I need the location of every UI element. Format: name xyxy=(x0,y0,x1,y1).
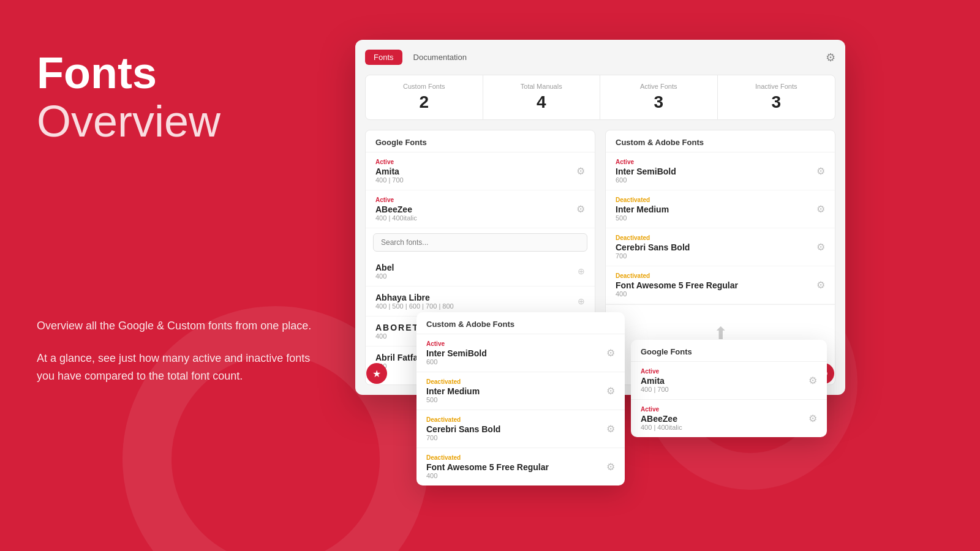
hero-descriptions: Overview all the Google & Custom fonts f… xyxy=(37,317,331,384)
font-name-abel: Abel xyxy=(375,263,578,272)
font-weights-cerebri: 700 xyxy=(616,252,816,260)
custom-fonts-value: 2 xyxy=(375,92,473,112)
font-name-inter-medium: Inter Medium xyxy=(616,204,816,214)
custom-font-inter-medium: Deactivated Inter Medium 500 ⚙ xyxy=(606,190,835,228)
active-fonts-label: Active Fonts xyxy=(610,83,707,90)
tab-group: Fonts Documentation xyxy=(365,50,475,65)
font-info-inter-medium: Deactivated Inter Medium 500 xyxy=(616,197,816,222)
font-name-abhaya: Abhaya Libre xyxy=(375,293,578,302)
font-weights-abel: 400 xyxy=(375,272,578,280)
overlay-google-header: Google Fonts xyxy=(631,340,827,361)
font-status-cerebri: Deactivated xyxy=(616,234,816,241)
overlay-abeezee: Active ABeeZee 400 | 400italic ⚙ xyxy=(631,399,827,437)
font-info-cerebri: Deactivated Cerebri Sans Bold 700 xyxy=(616,234,816,260)
font-weights-inter-semibold: 600 xyxy=(616,176,816,184)
font-status-fa: Deactivated xyxy=(616,272,816,279)
custom-fonts-header: Custom & Adobe Fonts xyxy=(606,130,835,152)
inactive-fonts-value: 3 xyxy=(728,92,826,112)
font-name-inter-semibold: Inter SemiBold xyxy=(616,167,816,176)
google-font-item-amita: Active Amita 400 | 700 ⚙ xyxy=(366,152,595,190)
add-icon-abhaya[interactable]: ⊕ xyxy=(578,296,585,306)
overlay-gear-inter-semibold[interactable]: ⚙ xyxy=(606,347,615,359)
overlay-gear-inter-medium[interactable]: ⚙ xyxy=(606,385,615,397)
font-weights-abeezee: 400 | 400italic xyxy=(375,214,576,222)
hero-title-light: Overview xyxy=(37,97,331,146)
font-name-fa: Font Awesome 5 Free Regular xyxy=(616,280,816,290)
overlay-gear-fa[interactable]: ⚙ xyxy=(606,461,615,473)
overlay-card-custom-fonts: Custom & Adobe Fonts Active Inter SemiBo… xyxy=(417,312,625,485)
font-status-inter-medium: Deactivated xyxy=(616,197,816,203)
custom-fonts-label: Custom Fonts xyxy=(375,83,473,90)
font-status-amita: Active xyxy=(375,159,576,165)
inactive-fonts-label: Inactive Fonts xyxy=(728,83,826,90)
hero-section: Fonts Overview Overview all the Google &… xyxy=(37,49,331,385)
overlay-amita: Active Amita 400 | 700 ⚙ xyxy=(631,361,827,399)
tab-fonts[interactable]: Fonts xyxy=(365,50,402,65)
total-manuals-label: Total Manuals xyxy=(493,83,590,90)
overlay-custom-header: Custom & Adobe Fonts xyxy=(417,312,625,334)
gear-icon-amita[interactable]: ⚙ xyxy=(576,165,585,177)
google-fonts-header: Google Fonts xyxy=(366,130,595,152)
overlay-gear-cerebri[interactable]: ⚙ xyxy=(606,423,615,435)
total-manuals-value: 4 xyxy=(493,92,590,112)
gear-icon-fa[interactable]: ⚙ xyxy=(816,279,825,291)
stat-inactive-fonts: Inactive Fonts 3 xyxy=(718,75,835,119)
stats-row: Custom Fonts 2 Total Manuals 4 Active Fo… xyxy=(365,75,835,120)
gear-icon-inter-semibold[interactable]: ⚙ xyxy=(816,165,825,177)
stat-total-manuals: Total Manuals 4 xyxy=(483,75,601,119)
overlay-inter-medium: Deactivated Inter Medium 500 ⚙ xyxy=(417,372,625,410)
font-info-inter-semibold: Active Inter SemiBold 600 xyxy=(616,159,816,184)
overlay-inter-semibold: Active Inter SemiBold 600 ⚙ xyxy=(417,334,625,372)
font-weights-inter-medium: 500 xyxy=(616,214,816,222)
active-fonts-value: 3 xyxy=(610,92,707,112)
font-info-amita: Active Amita 400 | 700 xyxy=(375,159,576,184)
font-info-abhaya: Abhaya Libre 400 | 500 | 600 | 700 | 800 xyxy=(375,293,578,310)
google-font-item-abel: Abel 400 ⊕ xyxy=(366,257,595,287)
custom-font-cerebri: Deactivated Cerebri Sans Bold 700 ⚙ xyxy=(606,228,835,266)
font-name-abeezee: ABeeZee xyxy=(375,204,576,214)
stat-custom-fonts: Custom Fonts 2 xyxy=(366,75,483,119)
font-info-abeezee: Active ABeeZee 400 | 400italic xyxy=(375,197,576,222)
font-name-cerebri: Cerebri Sans Bold xyxy=(616,242,816,252)
hero-desc-1: Overview all the Google & Custom fonts f… xyxy=(37,317,331,335)
font-status-inter-semibold: Active xyxy=(616,159,816,165)
font-info-fa: Deactivated Font Awesome 5 Free Regular … xyxy=(616,272,816,298)
font-weights-fa: 400 xyxy=(616,290,816,298)
font-status-abeezee: Active xyxy=(375,197,576,203)
stat-active-fonts: Active Fonts 3 xyxy=(600,75,718,119)
overlay-font-info-inter-semibold: Active Inter SemiBold 600 xyxy=(426,340,606,365)
font-weights-amita: 400 | 700 xyxy=(375,176,576,184)
google-font-item-abeezee: Active ABeeZee 400 | 400italic ⚙ xyxy=(366,190,595,228)
add-icon-abel[interactable]: ⊕ xyxy=(578,266,585,276)
hero-title-bold: Fonts xyxy=(37,49,331,97)
custom-font-fa: Deactivated Font Awesome 5 Free Regular … xyxy=(606,266,835,304)
search-box[interactable] xyxy=(373,233,587,252)
hero-desc-2: At a glance, see just how many active an… xyxy=(37,350,331,385)
font-weights-abhaya: 400 | 500 | 600 | 700 | 800 xyxy=(375,302,578,310)
gear-icon-inter-medium[interactable]: ⚙ xyxy=(816,203,825,215)
overlay-gear-amita[interactable]: ⚙ xyxy=(809,375,817,386)
overlay-card-google-fonts: Google Fonts Active Amita 400 | 700 ⚙ Ac… xyxy=(631,340,827,437)
font-info-abel: Abel 400 xyxy=(375,263,578,280)
search-input[interactable] xyxy=(381,238,579,247)
settings-icon[interactable]: ⚙ xyxy=(826,51,835,64)
overlay-fa: Deactivated Font Awesome 5 Free Regular … xyxy=(417,448,625,485)
tab-bar: Fonts Documentation ⚙ xyxy=(365,50,835,65)
gear-icon-cerebri[interactable]: ⚙ xyxy=(816,241,825,253)
custom-font-inter-semibold: Active Inter SemiBold 600 ⚙ xyxy=(606,152,835,190)
gear-icon-abeezee[interactable]: ⚙ xyxy=(576,203,585,215)
overlay-cerebri: Deactivated Cerebri Sans Bold 700 ⚙ xyxy=(417,410,625,448)
overlay-gear-abeezee[interactable]: ⚙ xyxy=(809,413,817,424)
star-fab-button[interactable]: ★ xyxy=(366,363,387,384)
tab-documentation[interactable]: Documentation xyxy=(405,50,475,65)
font-name-amita: Amita xyxy=(375,167,576,176)
